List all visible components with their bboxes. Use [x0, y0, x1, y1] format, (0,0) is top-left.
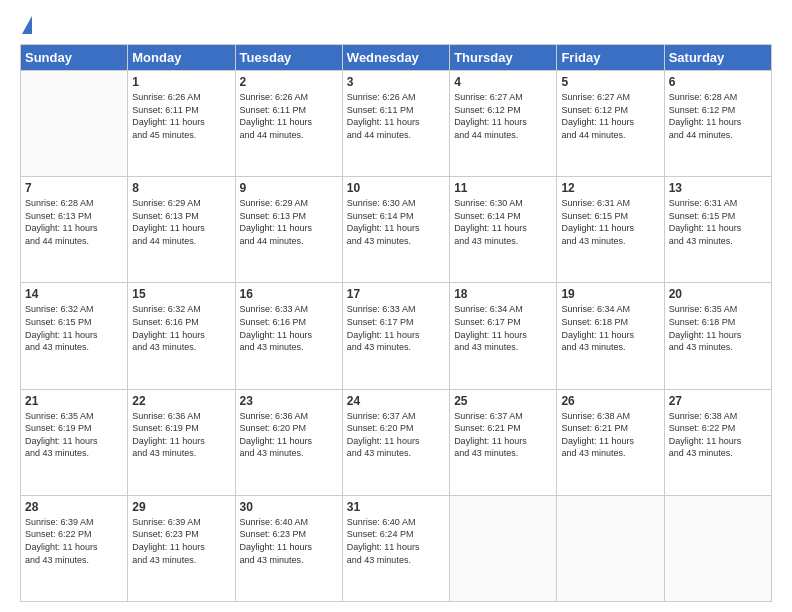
- day-info: Sunrise: 6:31 AMSunset: 6:15 PMDaylight:…: [561, 197, 659, 247]
- day-number: 9: [240, 181, 338, 195]
- day-info: Sunrise: 6:37 AMSunset: 6:21 PMDaylight:…: [454, 410, 552, 460]
- day-number: 21: [25, 394, 123, 408]
- calendar-cell: 3Sunrise: 6:26 AMSunset: 6:11 PMDaylight…: [342, 71, 449, 177]
- calendar-week-1: 1Sunrise: 6:26 AMSunset: 6:11 PMDaylight…: [21, 71, 772, 177]
- day-number: 13: [669, 181, 767, 195]
- calendar-cell: 28Sunrise: 6:39 AMSunset: 6:22 PMDayligh…: [21, 495, 128, 601]
- day-info: Sunrise: 6:34 AMSunset: 6:18 PMDaylight:…: [561, 303, 659, 353]
- calendar-cell: 2Sunrise: 6:26 AMSunset: 6:11 PMDaylight…: [235, 71, 342, 177]
- calendar-cell: [450, 495, 557, 601]
- day-number: 22: [132, 394, 230, 408]
- day-info: Sunrise: 6:37 AMSunset: 6:20 PMDaylight:…: [347, 410, 445, 460]
- day-number: 23: [240, 394, 338, 408]
- calendar-cell: 1Sunrise: 6:26 AMSunset: 6:11 PMDaylight…: [128, 71, 235, 177]
- calendar-cell: 21Sunrise: 6:35 AMSunset: 6:19 PMDayligh…: [21, 389, 128, 495]
- calendar-cell: 30Sunrise: 6:40 AMSunset: 6:23 PMDayligh…: [235, 495, 342, 601]
- day-number: 24: [347, 394, 445, 408]
- calendar-cell: 9Sunrise: 6:29 AMSunset: 6:13 PMDaylight…: [235, 177, 342, 283]
- day-number: 8: [132, 181, 230, 195]
- day-number: 20: [669, 287, 767, 301]
- calendar-cell: 23Sunrise: 6:36 AMSunset: 6:20 PMDayligh…: [235, 389, 342, 495]
- day-info: Sunrise: 6:28 AMSunset: 6:13 PMDaylight:…: [25, 197, 123, 247]
- day-number: 18: [454, 287, 552, 301]
- calendar-cell: [21, 71, 128, 177]
- calendar-week-2: 7Sunrise: 6:28 AMSunset: 6:13 PMDaylight…: [21, 177, 772, 283]
- day-info: Sunrise: 6:26 AMSunset: 6:11 PMDaylight:…: [132, 91, 230, 141]
- day-number: 15: [132, 287, 230, 301]
- day-info: Sunrise: 6:26 AMSunset: 6:11 PMDaylight:…: [347, 91, 445, 141]
- day-number: 14: [25, 287, 123, 301]
- calendar-cell: 16Sunrise: 6:33 AMSunset: 6:16 PMDayligh…: [235, 283, 342, 389]
- day-info: Sunrise: 6:29 AMSunset: 6:13 PMDaylight:…: [132, 197, 230, 247]
- calendar-cell: 31Sunrise: 6:40 AMSunset: 6:24 PMDayligh…: [342, 495, 449, 601]
- calendar-cell: 26Sunrise: 6:38 AMSunset: 6:21 PMDayligh…: [557, 389, 664, 495]
- day-number: 28: [25, 500, 123, 514]
- calendar-week-4: 21Sunrise: 6:35 AMSunset: 6:19 PMDayligh…: [21, 389, 772, 495]
- day-number: 29: [132, 500, 230, 514]
- day-number: 10: [347, 181, 445, 195]
- calendar-cell: 19Sunrise: 6:34 AMSunset: 6:18 PMDayligh…: [557, 283, 664, 389]
- logo-accent-icon: [22, 16, 32, 34]
- calendar-cell: 15Sunrise: 6:32 AMSunset: 6:16 PMDayligh…: [128, 283, 235, 389]
- day-number: 1: [132, 75, 230, 89]
- day-info: Sunrise: 6:38 AMSunset: 6:21 PMDaylight:…: [561, 410, 659, 460]
- calendar-cell: 18Sunrise: 6:34 AMSunset: 6:17 PMDayligh…: [450, 283, 557, 389]
- calendar-header-tuesday: Tuesday: [235, 45, 342, 71]
- day-info: Sunrise: 6:35 AMSunset: 6:18 PMDaylight:…: [669, 303, 767, 353]
- day-number: 31: [347, 500, 445, 514]
- day-number: 27: [669, 394, 767, 408]
- day-info: Sunrise: 6:30 AMSunset: 6:14 PMDaylight:…: [347, 197, 445, 247]
- day-number: 16: [240, 287, 338, 301]
- day-info: Sunrise: 6:28 AMSunset: 6:12 PMDaylight:…: [669, 91, 767, 141]
- calendar-cell: [557, 495, 664, 601]
- day-info: Sunrise: 6:39 AMSunset: 6:23 PMDaylight:…: [132, 516, 230, 566]
- calendar-cell: 20Sunrise: 6:35 AMSunset: 6:18 PMDayligh…: [664, 283, 771, 389]
- calendar-cell: 29Sunrise: 6:39 AMSunset: 6:23 PMDayligh…: [128, 495, 235, 601]
- day-info: Sunrise: 6:32 AMSunset: 6:16 PMDaylight:…: [132, 303, 230, 353]
- day-info: Sunrise: 6:27 AMSunset: 6:12 PMDaylight:…: [561, 91, 659, 141]
- calendar-cell: 14Sunrise: 6:32 AMSunset: 6:15 PMDayligh…: [21, 283, 128, 389]
- day-info: Sunrise: 6:40 AMSunset: 6:23 PMDaylight:…: [240, 516, 338, 566]
- calendar-cell: 10Sunrise: 6:30 AMSunset: 6:14 PMDayligh…: [342, 177, 449, 283]
- day-info: Sunrise: 6:27 AMSunset: 6:12 PMDaylight:…: [454, 91, 552, 141]
- calendar-cell: 24Sunrise: 6:37 AMSunset: 6:20 PMDayligh…: [342, 389, 449, 495]
- calendar-week-3: 14Sunrise: 6:32 AMSunset: 6:15 PMDayligh…: [21, 283, 772, 389]
- calendar-cell: 13Sunrise: 6:31 AMSunset: 6:15 PMDayligh…: [664, 177, 771, 283]
- day-info: Sunrise: 6:26 AMSunset: 6:11 PMDaylight:…: [240, 91, 338, 141]
- calendar-cell: 4Sunrise: 6:27 AMSunset: 6:12 PMDaylight…: [450, 71, 557, 177]
- calendar-cell: [664, 495, 771, 601]
- day-number: 6: [669, 75, 767, 89]
- page: SundayMondayTuesdayWednesdayThursdayFrid…: [0, 0, 792, 612]
- day-number: 11: [454, 181, 552, 195]
- calendar-cell: 12Sunrise: 6:31 AMSunset: 6:15 PMDayligh…: [557, 177, 664, 283]
- calendar-cell: 11Sunrise: 6:30 AMSunset: 6:14 PMDayligh…: [450, 177, 557, 283]
- calendar-cell: 17Sunrise: 6:33 AMSunset: 6:17 PMDayligh…: [342, 283, 449, 389]
- day-info: Sunrise: 6:31 AMSunset: 6:15 PMDaylight:…: [669, 197, 767, 247]
- day-info: Sunrise: 6:33 AMSunset: 6:16 PMDaylight:…: [240, 303, 338, 353]
- calendar-table: SundayMondayTuesdayWednesdayThursdayFrid…: [20, 44, 772, 602]
- day-number: 30: [240, 500, 338, 514]
- calendar-header-friday: Friday: [557, 45, 664, 71]
- day-info: Sunrise: 6:36 AMSunset: 6:19 PMDaylight:…: [132, 410, 230, 460]
- day-number: 5: [561, 75, 659, 89]
- day-number: 12: [561, 181, 659, 195]
- day-info: Sunrise: 6:29 AMSunset: 6:13 PMDaylight:…: [240, 197, 338, 247]
- calendar-cell: 6Sunrise: 6:28 AMSunset: 6:12 PMDaylight…: [664, 71, 771, 177]
- day-info: Sunrise: 6:39 AMSunset: 6:22 PMDaylight:…: [25, 516, 123, 566]
- day-info: Sunrise: 6:35 AMSunset: 6:19 PMDaylight:…: [25, 410, 123, 460]
- day-number: 26: [561, 394, 659, 408]
- day-number: 2: [240, 75, 338, 89]
- calendar-cell: 8Sunrise: 6:29 AMSunset: 6:13 PMDaylight…: [128, 177, 235, 283]
- calendar-header-sunday: Sunday: [21, 45, 128, 71]
- calendar-cell: 5Sunrise: 6:27 AMSunset: 6:12 PMDaylight…: [557, 71, 664, 177]
- calendar-cell: 22Sunrise: 6:36 AMSunset: 6:19 PMDayligh…: [128, 389, 235, 495]
- day-number: 3: [347, 75, 445, 89]
- day-number: 19: [561, 287, 659, 301]
- day-number: 7: [25, 181, 123, 195]
- day-info: Sunrise: 6:30 AMSunset: 6:14 PMDaylight:…: [454, 197, 552, 247]
- calendar-cell: 7Sunrise: 6:28 AMSunset: 6:13 PMDaylight…: [21, 177, 128, 283]
- logo: [20, 16, 32, 34]
- calendar-week-5: 28Sunrise: 6:39 AMSunset: 6:22 PMDayligh…: [21, 495, 772, 601]
- calendar-header-wednesday: Wednesday: [342, 45, 449, 71]
- day-info: Sunrise: 6:34 AMSunset: 6:17 PMDaylight:…: [454, 303, 552, 353]
